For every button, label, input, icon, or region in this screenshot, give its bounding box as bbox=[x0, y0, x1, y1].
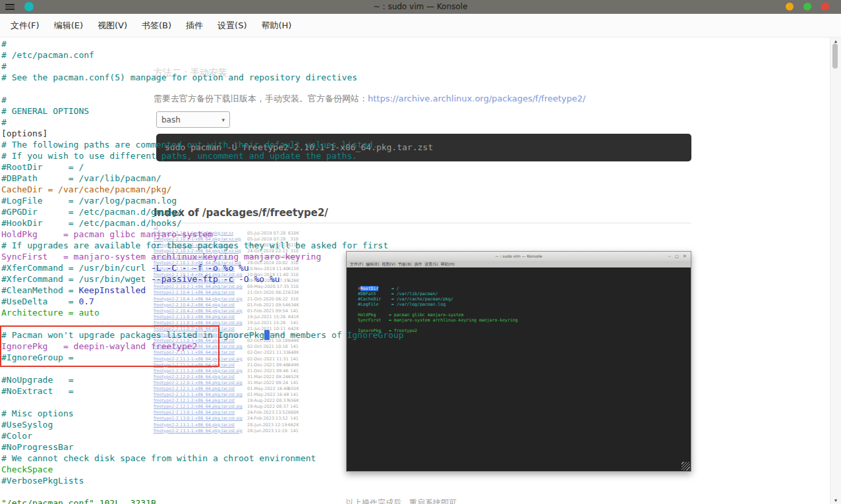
close-button[interactable] bbox=[821, 3, 829, 11]
screenshot-terminal-line: IgnorePkg = freetype2 bbox=[358, 328, 691, 333]
menu-item[interactable]: 视图(V) bbox=[90, 20, 134, 32]
window-controls bbox=[786, 3, 829, 11]
vim-line: [options] bbox=[1, 128, 404, 139]
vim-line: # See the pacman.conf(5) manpage for opt… bbox=[1, 72, 404, 83]
menu-item[interactable]: 插件 bbox=[179, 20, 210, 32]
vim-line: #NoUpgrade = bbox=[1, 374, 404, 385]
vim-line: #NoExtract = bbox=[1, 385, 404, 397]
screenshot-terminal-line: HoldPkg = pacman glibc manjaro-system bbox=[358, 312, 691, 318]
vim-line: #CleanMethod = KeepInstalled bbox=[1, 285, 404, 296]
vim-line: #DBPath = /var/lib/pacman/ bbox=[1, 173, 404, 184]
vim-line: #UseDelta = 0.7 bbox=[1, 296, 404, 307]
vim-line: #Color bbox=[1, 430, 404, 441]
konsole-window: 方法二：手动安装 需要去官方备份下载旧版本，手动安装。官方备份网站：https:… bbox=[0, 0, 841, 504]
vim-line: # We cannot check disk space from within… bbox=[1, 453, 404, 464]
vim-line: # If upgrades are available for these pa… bbox=[1, 240, 404, 251]
screenshot-terminal-line: #RootDir = / bbox=[358, 286, 691, 291]
screenshot-terminal-line bbox=[358, 307, 691, 312]
vim-line: CacheDir = /var/cache/pacman/pkg/ bbox=[1, 184, 404, 195]
menu-item[interactable]: 设置(S) bbox=[210, 20, 254, 32]
resize-grip-icon bbox=[682, 462, 690, 470]
screenshot-window-controls-icon: ‒ ◻ ✕ bbox=[668, 252, 688, 261]
terminal-content[interactable]: ## /etc/pacman.conf## See the pacman.con… bbox=[1, 38, 404, 486]
vim-line: # bbox=[1, 38, 404, 49]
red-highlight-annotation bbox=[0, 325, 219, 367]
vim-line: #GPGDir = /etc/pacman.d/gnupg/ bbox=[1, 206, 404, 217]
vim-line: # bbox=[1, 94, 404, 105]
vim-line bbox=[1, 83, 404, 94]
vim-line: HoldPkg = pacman glibc manjaro-system bbox=[1, 229, 404, 240]
vim-line: # /etc/pacman.conf bbox=[1, 49, 404, 61]
menu-item[interactable]: 帮助(H) bbox=[254, 20, 299, 32]
terminal-scrollbar[interactable]: ▴ ▾ bbox=[830, 38, 841, 504]
vim-cursor bbox=[264, 330, 270, 340]
vim-line: # GENERAL OPTIONS bbox=[1, 105, 404, 117]
vim-line bbox=[1, 397, 404, 408]
titlebar: ~ : sudo vim — Konsole bbox=[0, 0, 841, 14]
vim-line: # If you wish to use different paths, un… bbox=[1, 150, 404, 161]
menu-item[interactable]: 文件(F) bbox=[3, 20, 47, 32]
hamburger-menu-icon[interactable] bbox=[5, 4, 14, 10]
vim-line: #HookDir = /etc/pacman.d/hooks/ bbox=[1, 217, 404, 229]
vim-line: #XferCommand = /usr/bin/wget --passive-f… bbox=[1, 273, 404, 285]
menu-item[interactable]: 书签(B) bbox=[134, 20, 179, 32]
vim-line: # The following paths are commented out … bbox=[1, 139, 404, 150]
screenshot-title: ~ : sudo vim — Konsole bbox=[495, 254, 542, 258]
menubar: 文件(F)编辑(E)视图(V)书签(B)插件设置(S)帮助(H) bbox=[0, 14, 841, 38]
vim-line: #NoProgressBar bbox=[1, 441, 404, 453]
screenshot-terminal-line: #DBPath = /var/lib/pacman/ bbox=[358, 291, 691, 296]
window-title: ~ : sudo vim — Konsole bbox=[0, 0, 841, 14]
vim-line: #RootDir = / bbox=[1, 161, 404, 173]
vim-line: Architecture = auto bbox=[1, 307, 404, 318]
vim-line: # bbox=[1, 117, 404, 128]
maximize-button[interactable] bbox=[803, 3, 811, 11]
vim-line: CheckSpace bbox=[1, 464, 404, 475]
vim-file-info: "/etc/pacman.conf" 102L, 3231B bbox=[1, 497, 156, 504]
screenshot-terminal-line: #LogFile = /var/log/pacman.log bbox=[358, 302, 691, 307]
vim-line: #VerbosePkgLists bbox=[1, 475, 404, 486]
menu-item[interactable]: 编辑(E) bbox=[47, 20, 90, 32]
scroll-down-arrow-icon[interactable]: ▾ bbox=[830, 497, 841, 503]
vim-line: # bbox=[1, 61, 404, 72]
scrollbar-thumb[interactable] bbox=[832, 43, 838, 69]
vim-status-line: "/etc/pacman.conf" 102L, 3231B 27,52 顶端 bbox=[0, 486, 830, 497]
article-footer-text: 以上操作完成后，重启系统即可。 bbox=[346, 497, 465, 504]
vim-line: #UseSyslog bbox=[1, 419, 404, 430]
app-icon bbox=[24, 2, 34, 11]
vim-line: # Misc options bbox=[1, 408, 404, 419]
screenshot-terminal-line: SyncFirst = manjaro-system archlinux-key… bbox=[358, 318, 691, 323]
screenshot-terminal-line bbox=[358, 323, 691, 328]
vim-line: #XferCommand = /usr/bin/curl -L -C - -f … bbox=[1, 262, 404, 273]
vim-line: #LogFile = /var/log/pacman.log bbox=[1, 195, 404, 206]
minimize-button[interactable] bbox=[786, 3, 794, 11]
vim-line: SyncFirst = manjaro-system archlinux-key… bbox=[1, 251, 404, 262]
screenshot-terminal-line: #CacheDir = /var/cache/pacman/pkg/ bbox=[358, 296, 691, 302]
